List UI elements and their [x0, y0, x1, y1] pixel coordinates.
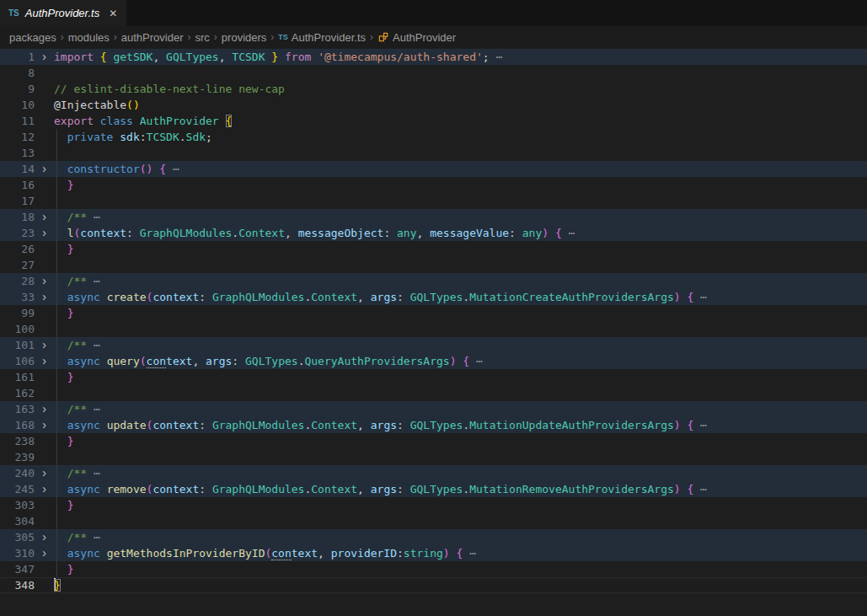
code-line-28[interactable]: 28› /** ⋯ [0, 273, 867, 289]
code-line-11[interactable]: 11export class AuthProvider { [0, 113, 867, 129]
code-text[interactable]: @Injectable() [54, 97, 867, 113]
code-line-10[interactable]: 10@Injectable() [0, 97, 867, 113]
fold-chevron-icon[interactable]: › [35, 49, 54, 65]
code-text[interactable]: } [54, 241, 867, 257]
code-line-99[interactable]: 99 } [0, 305, 867, 321]
code-line-101[interactable]: 101› /** ⋯ [0, 337, 867, 353]
code-text[interactable]: /** ⋯ [54, 465, 867, 481]
code-line-161[interactable]: 161 } [0, 369, 867, 385]
code-line-27[interactable]: 27 [0, 257, 867, 273]
code-line-163[interactable]: 163› /** ⋯ [0, 401, 867, 417]
code-text[interactable] [54, 193, 867, 209]
line-number[interactable]: 33 [0, 289, 35, 305]
code-line-9[interactable]: 9// eslint-disable-next-line new-cap [0, 81, 867, 97]
code-text[interactable]: async getMethodsInProviderByID(context, … [54, 545, 867, 561]
code-text[interactable] [54, 321, 867, 337]
code-text[interactable] [54, 145, 867, 161]
code-text[interactable]: // eslint-disable-next-line new-cap [54, 81, 867, 97]
code-text[interactable]: export class AuthProvider { [54, 113, 867, 129]
line-number[interactable]: 26 [0, 241, 35, 257]
fold-chevron-icon[interactable]: › [35, 273, 54, 289]
code-line-8[interactable]: 8 [0, 65, 867, 81]
fold-chevron-icon[interactable]: › [35, 465, 54, 481]
line-number[interactable]: 23 [0, 225, 35, 241]
code-text[interactable]: } [54, 305, 867, 321]
code-line-305[interactable]: 305› /** ⋯ [0, 529, 867, 545]
code-line-106[interactable]: 106› async query(context, args: GQLTypes… [0, 353, 867, 369]
line-number[interactable]: 305 [0, 529, 35, 545]
code-text[interactable]: } [54, 577, 867, 593]
code-line-239[interactable]: 239 [0, 449, 867, 465]
tab-authprovider[interactable]: TS AuthProvider.ts ✕ [0, 0, 126, 26]
line-number[interactable]: 1 [0, 49, 35, 65]
code-text[interactable] [54, 257, 867, 273]
line-number[interactable]: 14 [0, 161, 35, 177]
code-line-13[interactable]: 13 [0, 145, 867, 161]
code-line-245[interactable]: 245› async remove(context: GraphQLModule… [0, 481, 867, 497]
code-text[interactable]: constructor() { ⋯ [54, 161, 867, 177]
code-text[interactable] [54, 449, 867, 465]
code-line-238[interactable]: 238 } [0, 433, 867, 449]
code-text[interactable]: l(context: GraphQLModules.Context, messa… [54, 225, 867, 241]
line-number[interactable]: 161 [0, 369, 35, 385]
code-text[interactable]: } [54, 561, 867, 577]
code-text[interactable]: private sdk:TCSDK.Sdk; [54, 129, 867, 145]
code-line-240[interactable]: 240› /** ⋯ [0, 465, 867, 481]
code-text[interactable]: } [54, 497, 867, 513]
line-number[interactable]: 304 [0, 513, 35, 529]
breadcrumb-item-authprovider-ts[interactable]: TSAuthProvider.ts [278, 31, 366, 44]
code-line-14[interactable]: 14› constructor() { ⋯ [0, 161, 867, 177]
breadcrumb-item-authprovider[interactable]: AuthProvider [377, 31, 456, 44]
code-line-33[interactable]: 33› async create(context: GraphQLModules… [0, 289, 867, 305]
line-number[interactable]: 28 [0, 273, 35, 289]
fold-chevron-icon[interactable]: › [35, 209, 54, 225]
fold-chevron-icon[interactable]: › [35, 529, 54, 545]
fold-chevron-icon[interactable]: › [35, 417, 54, 433]
line-number[interactable]: 11 [0, 113, 35, 129]
fold-chevron-icon[interactable]: › [35, 401, 54, 417]
code-text[interactable]: import { getSDK, GQLTypes, TCSDK } from … [54, 49, 867, 65]
code-text[interactable]: /** ⋯ [54, 209, 867, 225]
code-text[interactable]: /** ⋯ [54, 337, 867, 353]
line-number[interactable]: 310 [0, 545, 35, 561]
code-line-348[interactable]: 348} [0, 577, 867, 593]
line-number[interactable]: 18 [0, 209, 35, 225]
line-number[interactable]: 240 [0, 465, 35, 481]
fold-chevron-icon[interactable]: › [35, 161, 54, 177]
code-line-303[interactable]: 303 } [0, 497, 867, 513]
line-number[interactable]: 347 [0, 561, 35, 577]
fold-chevron-icon[interactable]: › [35, 481, 54, 497]
tab-close-icon[interactable]: ✕ [109, 8, 117, 19]
code-line-1[interactable]: 1›import { getSDK, GQLTypes, TCSDK } fro… [0, 49, 867, 65]
code-line-18[interactable]: 18› /** ⋯ [0, 209, 867, 225]
breadcrumb-item-packages[interactable]: packages [9, 31, 56, 44]
code-text[interactable]: async update(context: GraphQLModules.Con… [54, 417, 867, 433]
code-line-168[interactable]: 168› async update(context: GraphQLModule… [0, 417, 867, 433]
code-text[interactable]: /** ⋯ [54, 273, 867, 289]
code-text[interactable]: async query(context, args: GQLTypes.Quer… [54, 353, 867, 369]
code-text[interactable]: } [54, 433, 867, 449]
code-text[interactable]: } [54, 369, 867, 385]
code-line-12[interactable]: 12 private sdk:TCSDK.Sdk; [0, 129, 867, 145]
line-number[interactable]: 106 [0, 353, 35, 369]
code-text[interactable]: async remove(context: GraphQLModules.Con… [54, 481, 867, 497]
line-number[interactable]: 9 [0, 81, 35, 97]
fold-chevron-icon[interactable]: › [35, 545, 54, 561]
line-number[interactable]: 17 [0, 193, 35, 209]
code-line-23[interactable]: 23› l(context: GraphQLModules.Context, m… [0, 225, 867, 241]
code-text[interactable]: async create(context: GraphQLModules.Con… [54, 289, 867, 305]
fold-chevron-icon[interactable]: › [35, 337, 54, 353]
breadcrumb-item-src[interactable]: src [195, 31, 210, 44]
code-line-162[interactable]: 162 [0, 385, 867, 401]
line-number[interactable]: 8 [0, 65, 35, 81]
breadcrumb-item-providers[interactable]: providers [222, 31, 266, 44]
line-number[interactable]: 163 [0, 401, 35, 417]
line-number[interactable]: 168 [0, 417, 35, 433]
line-number[interactable]: 10 [0, 97, 35, 113]
code-line-310[interactable]: 310› async getMethodsInProviderByID(cont… [0, 545, 867, 561]
code-line-304[interactable]: 304 [0, 513, 867, 529]
line-number[interactable]: 303 [0, 497, 35, 513]
line-number[interactable]: 99 [0, 305, 35, 321]
breadcrumb-item-modules[interactable]: modules [68, 31, 110, 44]
code-text[interactable] [54, 385, 867, 401]
